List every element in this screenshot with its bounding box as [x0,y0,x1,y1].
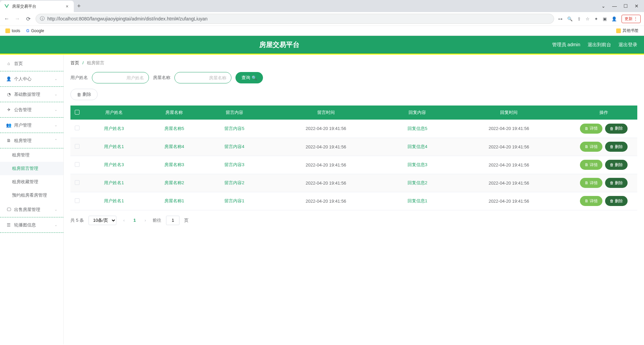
sidebar-sub-rent-collect[interactable]: 租房收藏管理 [0,175,63,189]
page-prev[interactable]: ‹ [121,218,126,223]
header-logout[interactable]: 退出登录 [619,42,637,48]
cell-msg[interactable]: 留言内容2 [224,180,244,185]
cell-msg[interactable]: 留言内容1 [224,198,244,203]
chevron-down-icon: ⌄ [54,92,57,96]
goto-input[interactable] [166,216,179,225]
search-input-house[interactable] [174,72,231,83]
query-button[interactable]: 查询 🔍 [235,72,263,83]
sidebar-item-rent[interactable]: 🗎租房管理⌃ [0,133,63,148]
page-next[interactable]: › [143,218,148,223]
sidebar-sub-rent-manage[interactable]: 租房管理 [0,148,63,162]
cell-msg[interactable]: 留言内容4 [224,144,244,149]
sidebar-item-personal[interactable]: 👤个人中心⌄ [0,71,63,87]
table-row: 用户姓名1房屋名称4留言内容42022-04-20 19:41:56回复信息42… [70,138,637,156]
browser-tab[interactable]: 房屋交易平台 × [0,1,74,12]
tab-close-icon[interactable]: × [64,4,70,9]
nav-reload-icon[interactable]: ⟳ [25,16,32,22]
row-delete-button[interactable]: 🗑 删除 [605,160,628,170]
row-delete-button[interactable]: 🗑 删除 [605,124,628,134]
users-icon: 👥 [6,123,11,128]
batch-delete-button[interactable]: 🗑 删除 [70,89,98,100]
sidebar-item-sale[interactable]: 🖵出售房屋管理⌄ [0,202,63,217]
cell-msg[interactable]: 留言内容5 [224,126,244,131]
cell-reply[interactable]: 回复信息1 [408,198,427,203]
search-input-user[interactable] [92,72,149,83]
chevron-down-icon: ⌄ [54,77,57,81]
sidebar-item-notice[interactable]: ✈公告管理⌄ [0,102,63,118]
url-input[interactable]: ⓘ http://localhost:8080/fangwujiaoyiping… [36,14,554,24]
cell-user[interactable]: 用户姓名1 [104,198,124,203]
zoom-icon[interactable]: 🔍 [567,16,573,21]
cell-msg-time: 2022-04-20 19:41:56 [265,156,387,174]
row-delete-button[interactable]: 🗑 删除 [605,178,628,188]
row-delete-button[interactable]: 🗑 删除 [605,142,628,152]
share-icon[interactable]: ⇪ [577,16,581,21]
row-detail-button[interactable]: 🗎 详情 [580,142,602,152]
cell-house[interactable]: 房屋名称3 [164,162,184,167]
sidebar-item-banner[interactable]: ☰轮播图信息⌄ [0,217,63,233]
window-minimize-icon[interactable]: — [612,3,617,9]
cell-user[interactable]: 用户姓名3 [104,126,124,131]
cell-msg[interactable]: 留言内容3 [224,162,244,167]
cell-user[interactable]: 用户姓名1 [104,144,124,149]
row-checkbox[interactable] [75,180,79,185]
address-bar: ← → ⟳ ⓘ http://localhost:8080/fangwujiao… [0,12,644,25]
window-close-icon[interactable]: ✕ [635,3,639,9]
row-checkbox[interactable] [75,126,79,130]
profile-avatar-icon[interactable]: 👤 [611,16,617,21]
header-user[interactable]: 管理员 admin [552,42,580,48]
cell-user[interactable]: 用户姓名3 [104,162,124,167]
password-key-icon[interactable]: ⊶ [558,16,562,21]
doc-icon: 🗎 [585,199,589,203]
trash-icon: 🗑 [610,126,614,131]
chevron-down-icon: ⌄ [54,123,57,127]
breadcrumb-home[interactable]: 首页 [70,60,79,65]
nav-back-icon[interactable]: ← [3,16,10,22]
cell-house[interactable]: 房屋名称2 [164,180,184,185]
page-number[interactable]: 1 [131,218,138,223]
search-label-house: 房屋名称 [153,75,170,81]
cell-reply[interactable]: 回复信息5 [408,126,427,131]
sidebar-item-user[interactable]: 👥用户管理⌄ [0,118,63,133]
nav-forward-icon[interactable]: → [14,16,21,22]
app-title: 房屋交易平台 [7,40,552,49]
cell-house[interactable]: 房屋名称1 [164,198,184,203]
cell-house[interactable]: 房屋名称5 [164,126,184,131]
row-detail-button[interactable]: 🗎 详情 [580,160,602,170]
sidebar-item-home[interactable]: ⌂首页 [0,56,63,71]
cell-msg-time: 2022-04-20 19:41:56 [265,192,387,210]
bookmark-google[interactable]: GGoogle [26,28,44,33]
cell-reply[interactable]: 回复信息3 [408,162,427,167]
select-all-checkbox[interactable] [75,110,79,115]
vue-favicon-icon [4,4,9,9]
doc-icon: 🗎 [585,144,589,149]
cell-user[interactable]: 用户姓名1 [104,180,124,185]
cell-reply[interactable]: 回复信息4 [408,144,427,149]
row-detail-button[interactable]: 🗎 详情 [580,196,602,206]
new-tab-button[interactable]: + [74,3,84,10]
table-row: 用户姓名1房屋名称2留言内容22022-04-20 19:41:56回复信息22… [70,174,637,192]
row-checkbox[interactable] [75,198,79,203]
row-detail-button[interactable]: 🗎 详情 [580,124,602,134]
extensions-icon[interactable]: ✦ [594,16,598,21]
bookmark-tools[interactable]: tools [5,28,20,33]
bookmark-other[interactable]: 其他书签 [616,28,639,33]
window-maximize-icon[interactable]: ☐ [624,3,628,9]
cell-reply[interactable]: 回复信息2 [408,180,427,185]
site-info-icon[interactable]: ⓘ [40,16,45,22]
row-checkbox[interactable] [75,144,79,149]
bookmark-star-icon[interactable]: ☆ [586,16,590,21]
row-checkbox[interactable] [75,162,79,167]
pagination-total: 共 5 条 [70,217,84,223]
sidepanel-icon[interactable]: ▣ [603,16,607,21]
header-to-front[interactable]: 退出到前台 [588,42,611,48]
sidebar-item-basedata[interactable]: ◔基础数据管理⌄ [0,87,63,102]
browser-update-button[interactable]: 更新 ⋮ [622,15,641,23]
cell-house[interactable]: 房屋名称4 [164,144,184,149]
page-size-select[interactable]: 10条/页 [89,216,116,225]
window-dropdown-icon[interactable]: ⌄ [601,3,605,9]
sidebar-sub-rent-message[interactable]: 租房留言管理 [0,162,63,175]
row-detail-button[interactable]: 🗎 详情 [580,178,602,188]
row-delete-button[interactable]: 🗑 删除 [605,196,628,206]
sidebar-sub-rent-appoint[interactable]: 预约租房看房管理 [0,189,63,202]
